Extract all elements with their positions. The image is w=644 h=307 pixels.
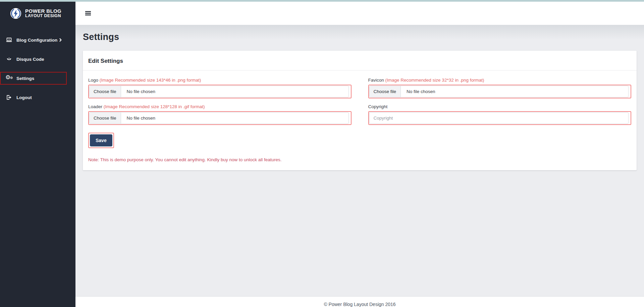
field-label-text: Copyright xyxy=(368,104,388,109)
save-button-highlight: Save xyxy=(88,133,114,148)
brand-name: POWER BLOG LAYOUT DESIGN xyxy=(25,8,61,18)
copyright-field: Copyright xyxy=(368,104,632,125)
field-hint-text: (Image Recommended size 143*46 in .png f… xyxy=(100,78,201,83)
favicon-field: Favicon (Image Recommended size 32*32 in… xyxy=(368,78,632,98)
choose-file-button[interactable]: Choose file xyxy=(89,113,121,124)
file-input-inner[interactable]: Choose file No file chosen xyxy=(89,112,349,124)
field-hint-text: (Image Recommended size 32*32 in .png fo… xyxy=(385,78,484,83)
page-title: Settings xyxy=(83,25,637,42)
file-status-text: No file chosen xyxy=(121,113,161,124)
card-body: Logo (Image Recommended size 143*46 in .… xyxy=(83,71,637,170)
copyright-field-label: Copyright xyxy=(368,104,632,109)
file-input-inner[interactable]: Choose file No file chosen xyxy=(369,86,629,97)
laptop-icon xyxy=(5,37,13,43)
choose-file-button[interactable]: Choose file xyxy=(89,86,121,97)
file-input-inner[interactable]: Choose file No file chosen xyxy=(89,86,349,97)
copyright-input-wrap xyxy=(368,111,632,125)
logo-field-label: Logo (Image Recommended size 143*46 in .… xyxy=(88,78,352,83)
gears-icon: ⚙⚙ xyxy=(5,75,13,82)
field-label-text: Loader xyxy=(88,104,102,109)
favicon-file-input[interactable]: Choose file No file chosen xyxy=(368,85,632,98)
logo-field: Logo (Image Recommended size 143*46 in .… xyxy=(88,78,352,98)
brand-line1: POWER BLOG xyxy=(25,8,61,14)
edit-settings-card: Edit Settings Logo (Image Recommended si… xyxy=(83,51,637,170)
footer: © Power Blog Layout Design 2016 xyxy=(75,296,644,307)
hamburger-menu-icon[interactable] xyxy=(85,10,91,16)
sidebar-item-label: Settings xyxy=(16,76,34,81)
chevron-right-icon xyxy=(59,38,62,42)
field-label-text: Favicon xyxy=(368,78,384,83)
loader-file-input[interactable]: Choose file No file chosen xyxy=(88,111,352,125)
sidebar-item-label: Logout xyxy=(16,95,32,100)
field-label-text: Logo xyxy=(88,78,98,83)
sidebar: POWER BLOG LAYOUT DESIGN Blog Configurat… xyxy=(0,2,75,307)
brand-logo[interactable]: POWER BLOG LAYOUT DESIGN xyxy=(0,2,75,25)
field-hint-text: (Image Recommended size 128*128 in .gif … xyxy=(104,104,205,109)
sidebar-item-logout[interactable]: Logout xyxy=(0,91,67,104)
footer-copyright-text: © Power Blog Layout Design 2016 xyxy=(324,302,395,307)
copyright-input[interactable] xyxy=(369,112,629,124)
brand-line2: LAYOUT DESIGN xyxy=(25,14,61,18)
save-button[interactable]: Save xyxy=(90,134,112,146)
loader-field-label: Loader (Image Recommended size 128*128 i… xyxy=(88,104,352,109)
sidebar-nav: Blog Configuration Disqus Code ⚙⚙ xyxy=(0,25,75,104)
sidebar-item-blog-configuration[interactable]: Blog Configuration xyxy=(0,34,67,46)
sidebar-item-label: Blog Configuration xyxy=(16,38,57,43)
card-header: Edit Settings xyxy=(83,51,637,71)
content-area: Settings Edit Settings Logo (Image Recom… xyxy=(75,25,644,296)
app-window: POWER BLOG LAYOUT DESIGN Blog Configurat… xyxy=(0,2,644,307)
file-status-text: No file chosen xyxy=(121,86,161,97)
sidebar-item-disqus-code[interactable]: Disqus Code xyxy=(0,53,67,65)
topbar xyxy=(75,2,644,25)
sidebar-item-label: Disqus Code xyxy=(16,57,44,62)
loader-field: Loader (Image Recommended size 128*128 i… xyxy=(88,104,352,125)
disqus-leaf-icon xyxy=(5,56,13,62)
logo-file-input[interactable]: Choose file No file chosen xyxy=(88,85,352,98)
settings-form: Logo (Image Recommended size 143*46 in .… xyxy=(88,78,631,125)
file-status-text: No file chosen xyxy=(401,86,441,97)
favicon-field-label: Favicon (Image Recommended size 32*32 in… xyxy=(368,78,632,83)
lightning-bolt-circle-logo-icon xyxy=(10,8,21,19)
sidebar-item-settings[interactable]: ⚙⚙ Settings xyxy=(0,72,67,85)
logout-icon xyxy=(5,94,13,100)
main-column: Settings Edit Settings Logo (Image Recom… xyxy=(75,2,644,307)
demo-note: Note: This is demo purpose only. You can… xyxy=(88,157,631,162)
choose-file-button[interactable]: Choose file xyxy=(369,86,401,97)
